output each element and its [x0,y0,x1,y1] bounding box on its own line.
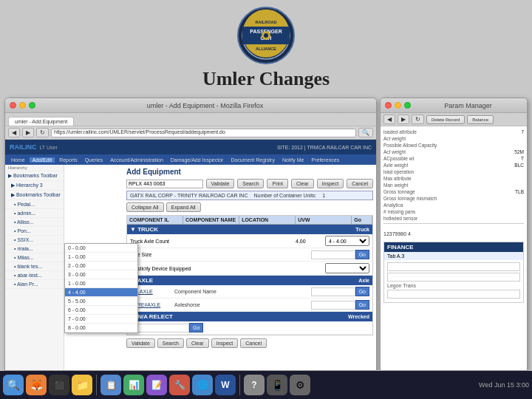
taskbar-system2[interactable]: ⚙ [290,375,310,395]
dropdown-item-4[interactable]: 1 - 0.00 [65,279,137,288]
nav-prefs[interactable]: Preferences [308,157,342,163]
dropdown-item-3[interactable]: 3 - 0.00 [65,270,137,279]
equipment-id-row: Validate Search Print Clear Inspect Canc… [126,179,373,188]
address-bar[interactable]: https://umler.railinc.com/UMLER/servlet/… [51,129,356,137]
rp-maximize-button[interactable] [404,102,411,109]
close-button[interactable] [10,102,16,109]
sidebar-item-3[interactable]: ▶ Bookmarks Toolbar [5,191,64,200]
sidebar-item-10[interactable]: • Milas... [5,253,64,262]
axle-go-2[interactable]: Go [355,300,369,310]
reload-button[interactable]: ↻ [36,128,49,137]
axle-size-go[interactable]: Go [355,250,369,259]
taskbar-app4[interactable]: 🔧 [169,375,190,395]
app-logo: RAILINC [10,143,37,151]
dropdown-item-5[interactable]: 4 - 4.00 [65,288,137,297]
clear-button[interactable]: Clear [291,179,314,188]
taskbar-question[interactable]: ? [244,375,265,395]
wheel-component-row: Go [127,321,372,335]
active-tab[interactable]: umler - Add Equipment [8,117,74,126]
validate-button[interactable]: Validate [206,179,235,188]
rp-balance[interactable]: Balance [467,115,494,124]
nav-account[interactable]: Account/Administration [107,157,166,163]
sidebar-item-7[interactable]: • Pon... [5,227,64,236]
rp-refresh[interactable]: ↻ [412,115,424,124]
taskbar-app1[interactable]: 📋 [100,375,121,395]
search-button[interactable]: 🔍 [358,128,373,137]
sidebar-item-1[interactable]: ▶ Bookmarks Toolbar [5,171,64,181]
dropdown-item-9[interactable]: 8 - 0.00 [65,324,137,332]
window-title: umler - Add Equipment - Mozilla Firefox [38,102,372,109]
taskbar-word[interactable]: W [215,375,236,395]
sidebar-item-6[interactable]: • Alliso... [5,218,64,227]
taskbar-app3[interactable]: 📝 [146,375,167,395]
nav-damage[interactable]: Damage/Add Inspector [168,157,227,163]
axle-comp-input-2[interactable] [311,301,355,310]
inspect-button[interactable]: Inspect [317,179,344,188]
print-button[interactable]: Print [267,179,287,188]
rp-label-grosstonnage: Gross tonnage [383,189,415,194]
taskbar-finder[interactable]: 🔍 [3,375,24,395]
rp-label-maxattr: Max attribute [383,176,412,181]
nav-reports[interactable]: Reports [56,157,81,163]
clock-display: Wed Jun 15 3:00 [479,381,529,389]
truck-axle-dropdown[interactable]: 1 - 0.00 4 - 4.00 6 - 0.00 [325,236,369,246]
nav-home[interactable]: Home [8,157,28,163]
sidebar-item-5[interactable]: • admin... [5,209,64,218]
wheel-comp-input[interactable] [130,324,189,332]
rp-field-axleweight: Axle weight BLC [383,163,524,168]
sidebar-item-8[interactable]: • SSIX... [5,236,64,245]
bottom-clear-btn[interactable]: Clear [186,338,209,348]
dropdown-item-2[interactable]: 2 - 0.00 [65,262,137,270]
taskbar-files[interactable]: 📁 [72,375,92,395]
expand-all-button[interactable]: Expand All [166,202,201,212]
sidebar-item-4[interactable]: • Pedal... [5,200,64,209]
axle-go-1[interactable]: Go [355,287,369,296]
search-button-form[interactable]: Search [237,179,264,188]
axle-size-input[interactable] [311,250,355,259]
dropdown-item-8[interactable]: 7 - 0.00 [65,315,137,324]
elasticity-dropdown[interactable] [325,263,369,273]
nav-queries[interactable]: Queries [82,157,106,163]
equipment-id-input[interactable] [126,180,203,188]
bottom-cancel-btn[interactable]: Cancel [240,338,267,348]
sidebar-item-12[interactable]: • abar-test... [5,271,64,280]
nav-addedit[interactable]: Add/Edit [30,157,55,163]
back-button[interactable]: ◀ [8,128,20,137]
sidebar-item-2[interactable]: ▶ Hierarchy 3 [5,181,64,191]
forward-button[interactable]: ▶ [22,128,34,137]
dropdown-item-7[interactable]: 6 - 0.00 [65,306,137,315]
dropdown-item-0[interactable]: 0 - 0.00 [65,244,137,253]
sidebar-item-11[interactable]: • blank tes... [5,262,64,271]
taskbar-terminal[interactable]: ⬛ [49,375,69,395]
collapse-all-button[interactable]: Collapse All [126,202,164,212]
rp-close-button[interactable] [385,102,392,109]
rp-nav-back[interactable]: ◀ [383,115,395,124]
dropdown-item-1[interactable]: 1 - 0.00 [65,253,137,262]
taskbar-app2[interactable]: 📊 [123,375,144,395]
finance-input-1[interactable] [387,262,520,271]
minimize-button[interactable] [19,102,26,109]
wheel-go[interactable]: Go [189,323,203,332]
header-section: PASSENGER CAR RAILROAD ALLIANCE Umler Ch… [0,0,532,98]
sidebar-item-9[interactable]: • rirala... [5,245,64,253]
bottom-validate-btn[interactable]: Validate [126,338,155,348]
dropdown-item-6[interactable]: 5 - 5.00 [65,297,137,306]
bottom-inspect-btn[interactable]: Inspect [211,338,239,348]
rp-delete-record[interactable]: Delete Record [426,115,465,124]
taskbar-firefox[interactable]: 🦊 [26,375,47,395]
cancel-button[interactable]: Cancel [347,179,373,188]
finance-input-control[interactable] [387,290,520,299]
maximize-button[interactable] [29,102,35,109]
rp-label-loaded: loaded attribute [383,129,417,134]
bottom-search-btn[interactable]: Search [157,338,184,348]
rp-nav-forward[interactable]: ▶ [398,115,409,124]
axle-comp-input-1[interactable] [311,287,355,296]
nav-notify[interactable]: Notify Me [279,157,307,163]
finance-input-2[interactable] [387,273,520,282]
taskbar-system1[interactable]: 📱 [267,375,287,395]
taskbar-app5[interactable]: 🌐 [192,375,213,395]
rp-minimize-button[interactable] [395,102,401,109]
elasticity-label: Elasticity Device Equipped [130,266,325,271]
nav-registry[interactable]: Document Registry [228,157,278,163]
sidebar-item-13[interactable]: • Alan Pr... [5,280,64,289]
